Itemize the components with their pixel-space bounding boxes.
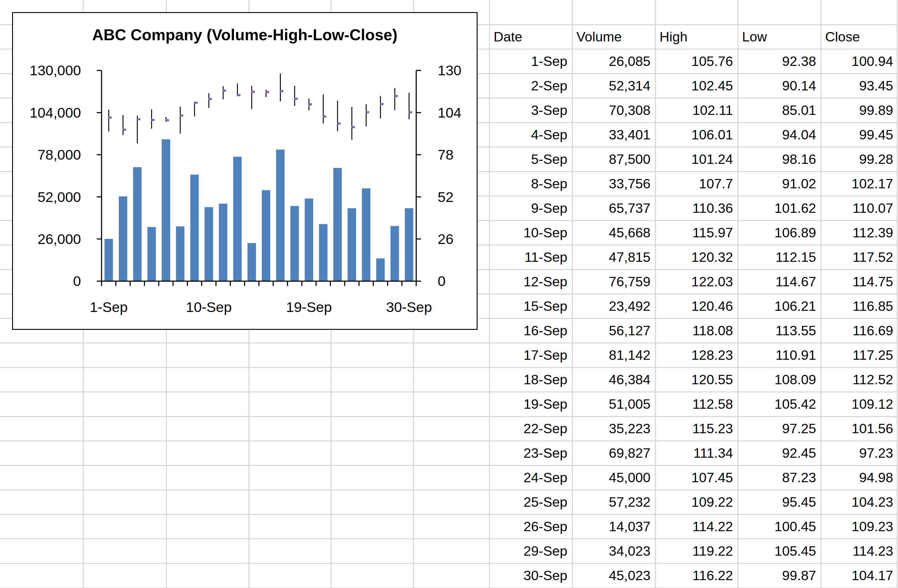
table-cell[interactable]: 109.23 <box>821 514 898 539</box>
volume-bar[interactable] <box>291 206 299 281</box>
table-cell[interactable]: 69,827 <box>572 441 655 466</box>
table-cell[interactable]: 116.85 <box>821 294 898 319</box>
table-cell[interactable]: 106.01 <box>655 122 738 147</box>
table-cell[interactable]: 112.58 <box>655 392 738 417</box>
table-cell[interactable]: 101.24 <box>655 147 738 171</box>
table-cell[interactable]: 120.32 <box>655 245 738 269</box>
volume-bar[interactable] <box>205 207 213 281</box>
table-cell[interactable]: 70,308 <box>572 98 655 122</box>
table-cell[interactable]: 15-Sep <box>489 294 572 319</box>
close-marker[interactable] <box>308 103 312 105</box>
table-cell[interactable]: 52,314 <box>572 74 655 98</box>
column-header-date[interactable]: Date <box>489 25 572 49</box>
table-cell[interactable]: 104.23 <box>821 490 898 514</box>
table-cell[interactable]: 76,759 <box>572 269 655 294</box>
close-marker[interactable] <box>108 116 112 119</box>
table-cell[interactable]: 102.11 <box>655 98 738 122</box>
table-cell[interactable]: 35,223 <box>572 417 655 441</box>
close-marker[interactable] <box>394 95 398 97</box>
table-cell[interactable]: 26-Sep <box>489 514 572 539</box>
table-cell[interactable]: 118.08 <box>655 319 738 343</box>
table-cell[interactable]: 105.76 <box>655 49 738 74</box>
table-cell[interactable]: 115.97 <box>655 220 738 245</box>
table-cell[interactable]: 112.15 <box>738 245 821 269</box>
table-cell[interactable]: 17-Sep <box>489 343 572 368</box>
close-marker[interactable] <box>408 111 412 113</box>
table-cell[interactable]: 47,815 <box>572 245 655 269</box>
table-cell[interactable]: 98.16 <box>738 147 821 171</box>
volume-bar[interactable] <box>304 199 313 281</box>
table-cell[interactable]: 1-Sep <box>489 49 572 74</box>
table-cell[interactable]: 99.45 <box>821 122 898 147</box>
table-cell[interactable]: 11-Sep <box>489 245 572 269</box>
volume-bar[interactable] <box>405 208 413 281</box>
table-cell[interactable]: 109.22 <box>655 490 738 514</box>
table-cell[interactable]: 111.34 <box>655 441 738 466</box>
table-cell[interactable]: 100.45 <box>738 514 821 539</box>
volume-bar[interactable] <box>376 259 385 281</box>
volume-bar[interactable] <box>262 190 270 281</box>
table-cell[interactable]: 107.45 <box>655 466 738 490</box>
table-cell[interactable]: 16-Sep <box>489 319 572 343</box>
table-cell[interactable]: 51,005 <box>572 392 655 417</box>
table-cell[interactable]: 110.36 <box>655 196 738 220</box>
close-marker[interactable] <box>265 91 269 93</box>
close-marker[interactable] <box>137 118 140 120</box>
table-cell[interactable]: 120.46 <box>655 294 738 319</box>
table-cell[interactable]: 33,401 <box>572 122 655 147</box>
table-cell[interactable]: 45,668 <box>572 220 655 245</box>
table-cell[interactable]: 112.52 <box>821 368 898 392</box>
table-cell[interactable]: 87.23 <box>738 466 821 490</box>
volume-bar[interactable] <box>233 157 242 281</box>
table-cell[interactable]: 25-Sep <box>489 490 572 514</box>
table-cell[interactable]: 117.52 <box>821 245 898 269</box>
close-marker[interactable] <box>323 115 326 118</box>
table-cell[interactable]: 34,023 <box>572 539 655 563</box>
volume-bar[interactable] <box>133 167 141 281</box>
table-cell[interactable]: 114.75 <box>821 269 898 294</box>
table-cell[interactable]: 112.39 <box>821 220 898 245</box>
column-header-close[interactable]: Close <box>821 25 898 49</box>
table-cell[interactable]: 119.22 <box>655 539 738 563</box>
table-cell[interactable]: 115.23 <box>655 417 738 441</box>
table-cell[interactable]: 114.22 <box>655 514 738 539</box>
table-cell[interactable]: 23,492 <box>572 294 655 319</box>
table-cell[interactable]: 101.62 <box>738 196 821 220</box>
table-cell[interactable]: 113.55 <box>738 319 821 343</box>
table-cell[interactable]: 29-Sep <box>489 539 572 563</box>
table-cell[interactable]: 90.14 <box>738 74 821 98</box>
table-cell[interactable]: 102.17 <box>821 171 898 196</box>
volume-bar[interactable] <box>105 239 113 281</box>
volume-bar[interactable] <box>148 227 156 281</box>
close-marker[interactable] <box>380 103 384 105</box>
close-marker[interactable] <box>194 102 198 104</box>
table-cell[interactable]: 8-Sep <box>489 171 572 196</box>
table-cell[interactable]: 95.45 <box>738 490 821 514</box>
table-cell[interactable]: 114.23 <box>821 539 898 563</box>
table-cell[interactable]: 105.42 <box>738 392 821 417</box>
close-marker[interactable] <box>223 89 226 92</box>
table-cell[interactable]: 107.7 <box>655 171 738 196</box>
close-marker[interactable] <box>151 119 155 121</box>
close-marker[interactable] <box>165 119 169 121</box>
table-cell[interactable]: 87,500 <box>572 147 655 171</box>
table-cell[interactable]: 2-Sep <box>489 74 572 98</box>
close-marker[interactable] <box>351 126 355 128</box>
table-cell[interactable]: 110.07 <box>821 196 898 220</box>
table-cell[interactable]: 46,384 <box>572 368 655 392</box>
table-cell[interactable]: 10-Sep <box>489 220 572 245</box>
table-cell[interactable]: 97.23 <box>821 441 898 466</box>
table-cell[interactable]: 65,737 <box>572 196 655 220</box>
close-marker[interactable] <box>180 115 183 117</box>
table-cell[interactable]: 9-Sep <box>489 196 572 220</box>
table-cell[interactable]: 106.89 <box>738 220 821 245</box>
volume-bar[interactable] <box>176 226 185 281</box>
table-cell[interactable]: 105.45 <box>738 539 821 563</box>
volume-bar[interactable] <box>334 168 342 281</box>
close-marker[interactable] <box>208 98 212 100</box>
table-cell[interactable]: 3-Sep <box>489 98 572 122</box>
table-cell[interactable]: 26,085 <box>572 49 655 74</box>
volume-bar[interactable] <box>119 197 127 281</box>
table-cell[interactable]: 23-Sep <box>489 441 572 466</box>
table-cell[interactable]: 45,023 <box>572 563 655 588</box>
